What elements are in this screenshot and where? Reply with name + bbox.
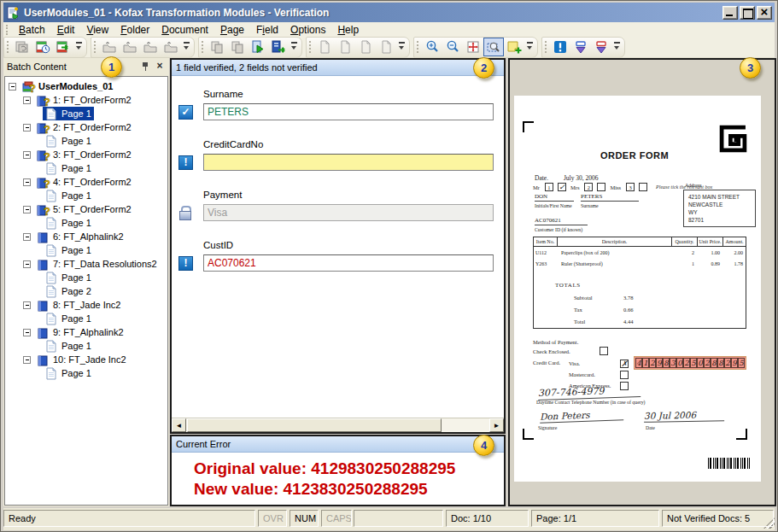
next-folder-icon[interactable]	[140, 38, 161, 56]
previous-folder-icon[interactable]	[120, 38, 140, 56]
tree-expander[interactable]	[23, 233, 31, 241]
tree-page-item[interactable]: Page 2	[5, 284, 167, 298]
document-image[interactable]: ORDER FORM Date. July 30, 2006 Mr1✓Mrs2M…	[514, 96, 761, 482]
field-input-custid[interactable]	[203, 254, 494, 272]
tree-document-item[interactable]: 6: FT_Alphalink2	[5, 230, 167, 243]
menu-view[interactable]: View	[80, 23, 114, 37]
tree-expander[interactable]	[23, 124, 31, 132]
zoom-in-icon[interactable]	[422, 38, 442, 56]
menu-options[interactable]: Options	[284, 23, 331, 37]
callout-badge-2: 2	[473, 57, 494, 79]
close-button[interactable]	[757, 6, 772, 20]
tree-document-item[interactable]: 8: FT_Jade Inc2	[5, 298, 167, 312]
menu-folder[interactable]: Folder	[114, 23, 155, 37]
tree-batch-item[interactable]: ?UserModules_01	[5, 79, 167, 93]
tree-document-item[interactable]: ?3: FT_OrderForm2	[5, 148, 167, 161]
last-page-icon[interactable]	[376, 38, 396, 56]
tree-document-item[interactable]: ?1: FT_OrderForm2	[5, 93, 167, 107]
menu-field[interactable]: Field	[250, 23, 284, 37]
first-page-icon[interactable]	[314, 38, 335, 56]
tree-page-item[interactable]: Page 1	[5, 271, 167, 284]
tree-document-item[interactable]: ?4: FT_OrderForm2	[5, 175, 167, 189]
open-batch-icon[interactable]	[12, 38, 32, 56]
toolbar-overflow-button[interactable]	[525, 38, 535, 56]
maximize-button[interactable]	[740, 6, 755, 20]
window-titlebar[interactable]: UserModules_01 - Kofax Transformation Mo…	[3, 3, 775, 22]
accept-document-icon[interactable]	[248, 38, 268, 56]
zoom-out-icon[interactable]	[442, 38, 463, 56]
tree-page-item[interactable]: Page 1	[5, 366, 167, 380]
first-folder-icon[interactable]	[99, 38, 120, 56]
toolbar-overflow-button[interactable]	[612, 38, 623, 56]
tree-expander[interactable]	[23, 301, 31, 309]
force-invalid-icon[interactable]	[550, 38, 570, 56]
tree-page-item[interactable]: Page 1	[5, 216, 167, 230]
next-document-icon[interactable]	[227, 38, 248, 56]
toolbar-grip[interactable]	[94, 41, 97, 53]
toolbar-overflow-button[interactable]	[74, 38, 85, 56]
menubar-grip[interactable]	[6, 25, 9, 35]
tree-expander[interactable]	[23, 260, 31, 268]
zoom-selection-icon[interactable]	[483, 38, 504, 56]
tree-document-item[interactable]: ?5: FT_OrderForm2	[5, 202, 167, 216]
tree-page-item[interactable]: Page 1	[5, 312, 167, 325]
tree-document-item[interactable]: 10: FT_Jade Inc2	[5, 353, 167, 366]
tree-expander[interactable]	[23, 178, 31, 186]
surname-value: PETERS	[581, 193, 639, 202]
menu-batch[interactable]: Batch	[13, 23, 51, 37]
previous-document-icon[interactable]	[207, 38, 227, 56]
tree-page-item[interactable]: Page 1	[5, 339, 167, 353]
tree-page-item[interactable]: Page 1	[5, 161, 167, 175]
next-unverified-document-icon[interactable]	[268, 38, 289, 56]
field-input-surname[interactable]	[203, 103, 494, 120]
tree-page-item[interactable]: Page 1	[5, 189, 167, 202]
scroll-track[interactable]	[186, 418, 489, 432]
tree-expander[interactable]	[23, 356, 31, 364]
tree-document-item[interactable]: ?2: FT_OrderForm2	[5, 120, 167, 134]
callout-badge-4: 4	[473, 435, 494, 456]
menu-document[interactable]: Document	[155, 23, 214, 37]
add-note-icon[interactable]	[504, 38, 524, 56]
toolbar-grip[interactable]	[545, 41, 547, 53]
toolbar-grip[interactable]	[7, 41, 9, 53]
minimize-button[interactable]	[722, 6, 738, 20]
toolbar-overflow-button[interactable]	[182, 38, 192, 56]
page-icon	[45, 340, 59, 353]
tree-expander[interactable]	[9, 83, 16, 91]
scroll-left-button[interactable]: ◄	[172, 418, 186, 432]
field-input-payment[interactable]	[203, 204, 494, 221]
invalid-field-icon: !	[178, 155, 193, 170]
toolbar-overflow-button[interactable]	[290, 38, 300, 56]
menu-page[interactable]: Page	[214, 23, 250, 37]
fit-page-icon[interactable]	[463, 38, 483, 56]
field-input-creditcardno[interactable]	[203, 154, 494, 171]
scroll-right-button[interactable]: ►	[489, 418, 504, 432]
previous-page-icon[interactable]	[335, 38, 355, 56]
menu-help[interactable]: Help	[331, 23, 365, 37]
tree-page-item[interactable]: Page 1	[5, 134, 167, 148]
toolbar-grip[interactable]	[417, 41, 419, 53]
tree-expander[interactable]	[23, 96, 31, 104]
menu-edit[interactable]: Edit	[51, 23, 81, 37]
items-table-cell: 1.78	[723, 261, 746, 266]
reject-document-icon[interactable]	[591, 38, 611, 56]
next-invalid-field-icon[interactable]	[570, 38, 591, 56]
close-icon[interactable]: ×	[154, 61, 166, 73]
last-folder-icon[interactable]	[161, 38, 181, 56]
pin-icon[interactable]	[139, 61, 151, 73]
tree-expander[interactable]	[23, 329, 31, 336]
page-icon	[45, 244, 59, 257]
toolbar-grip[interactable]	[309, 41, 312, 53]
next-page-icon[interactable]	[355, 38, 376, 56]
suspend-batch-icon[interactable]	[32, 38, 53, 56]
toolbar-grip[interactable]	[202, 41, 204, 53]
tree-document-item[interactable]: 9: FT_Alphalink2	[5, 325, 167, 339]
tree-page-item[interactable]: Page 1	[5, 107, 167, 120]
close-batch-icon[interactable]	[53, 38, 73, 56]
tree-expander[interactable]	[23, 151, 31, 159]
tree-expander[interactable]	[23, 206, 31, 213]
scroll-thumb[interactable]	[187, 418, 442, 432]
tree-page-item[interactable]: Page 1	[5, 243, 167, 257]
tree-document-item[interactable]: 7: FT_Data Resolutions2	[5, 257, 167, 271]
toolbar-overflow-button[interactable]	[397, 38, 407, 56]
